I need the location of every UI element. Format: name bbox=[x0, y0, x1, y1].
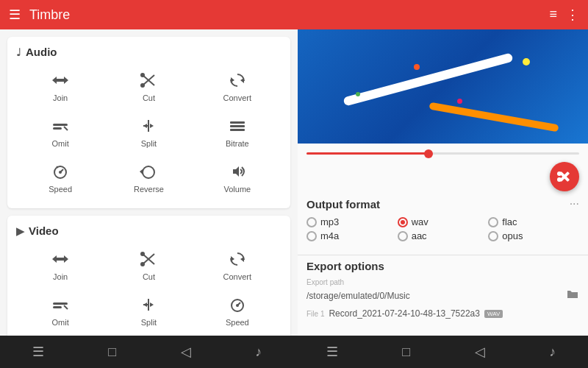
audio-join-icon bbox=[51, 73, 70, 91]
folder-icon[interactable] bbox=[566, 288, 579, 304]
audio-icon: ♩ bbox=[16, 46, 21, 58]
video-split-tool[interactable]: Split bbox=[104, 291, 193, 333]
fab-area bbox=[298, 162, 588, 191]
left-panel: ♩ Audio Join Cut bbox=[0, 29, 298, 336]
video-speed-icon bbox=[228, 297, 247, 315]
video-convert-icon bbox=[228, 252, 247, 269]
audio-cut-label: Cut bbox=[143, 93, 155, 102]
video-convert-tool[interactable]: Convert bbox=[193, 246, 282, 287]
format-aac[interactable]: aac bbox=[398, 230, 489, 241]
format-flac[interactable]: flac bbox=[488, 216, 579, 227]
radio-opus-label: opus bbox=[502, 230, 523, 241]
radio-wav-label: wav bbox=[412, 216, 429, 227]
video-speed-label: Speed bbox=[226, 318, 249, 327]
fab-icon bbox=[557, 169, 572, 184]
audio-convert-tool[interactable]: Convert bbox=[193, 67, 282, 108]
main-content: ♩ Audio Join Cut bbox=[0, 29, 588, 336]
radio-mp3-label: mp3 bbox=[320, 216, 339, 227]
snake-white bbox=[343, 53, 514, 107]
video-speed-tool[interactable]: Speed bbox=[193, 291, 282, 333]
list-icon[interactable]: ≡ bbox=[549, 7, 557, 23]
output-format-more[interactable]: ··· bbox=[570, 197, 579, 210]
audio-split-label: Split bbox=[141, 139, 157, 148]
video-join-label: Join bbox=[53, 272, 68, 281]
video-thumbnail bbox=[298, 29, 588, 144]
svg-marker-4 bbox=[240, 78, 244, 83]
audio-convert-label: Convert bbox=[223, 93, 252, 102]
audio-reverse-icon bbox=[139, 164, 158, 182]
audio-join-tool[interactable]: Join bbox=[16, 67, 104, 108]
video-cut-tool[interactable]: Cut bbox=[104, 246, 193, 287]
audio-bitrate-icon bbox=[228, 118, 247, 136]
svg-point-48 bbox=[557, 171, 562, 176]
video-join-tool[interactable]: Join bbox=[16, 246, 104, 287]
hamburger-icon[interactable]: ☰ bbox=[9, 7, 21, 23]
svg-point-49 bbox=[557, 177, 562, 182]
svg-rect-29 bbox=[53, 306, 62, 308]
audio-cut-tool[interactable]: Cut bbox=[104, 67, 193, 108]
more-icon[interactable]: ⋮ bbox=[566, 7, 579, 23]
format-m4a[interactable]: m4a bbox=[306, 230, 398, 241]
svg-marker-27 bbox=[231, 256, 234, 261]
nav-menu-icon[interactable]: ☰ bbox=[32, 344, 44, 360]
svg-rect-7 bbox=[53, 127, 62, 130]
file-label: File 1 bbox=[306, 310, 324, 318]
top-bar: ☰ Timbre ≡ ⋮ bbox=[0, 0, 588, 29]
audio-reverse-tool[interactable]: Reverse bbox=[104, 158, 193, 199]
output-format-title: Output format bbox=[306, 198, 380, 210]
nav-home-icon[interactable]: □ bbox=[108, 344, 116, 360]
audio-split-tool[interactable]: Split bbox=[104, 113, 193, 154]
radio-m4a-circle bbox=[306, 231, 317, 241]
scrubber-area[interactable] bbox=[298, 144, 588, 163]
divider bbox=[298, 255, 588, 255]
output-format-section: Output format ··· mp3 wav flac bbox=[298, 191, 588, 250]
svg-point-18 bbox=[59, 171, 62, 174]
video-join-icon bbox=[51, 252, 70, 269]
audio-section: ♩ Audio Join Cut bbox=[7, 37, 290, 208]
format-mp3[interactable]: mp3 bbox=[306, 216, 398, 227]
nav-person-icon[interactable]: ♪ bbox=[549, 344, 556, 360]
svg-rect-13 bbox=[230, 121, 245, 124]
video-cut-label: Cut bbox=[143, 272, 155, 281]
audio-bitrate-label: Bitrate bbox=[226, 139, 249, 148]
radio-wav-circle bbox=[398, 217, 408, 227]
format-wav[interactable]: wav bbox=[398, 216, 489, 227]
file-name: Record_2021-07-24-10-48-13_7522a3 bbox=[329, 308, 480, 319]
video-section-header: ▶ Video bbox=[16, 224, 282, 237]
video-convert-label: Convert bbox=[223, 272, 252, 281]
audio-cut-icon bbox=[139, 73, 158, 91]
nav-music-icon[interactable]: ♪ bbox=[255, 344, 262, 360]
video-section: ▶ Video Join Cut bbox=[7, 216, 290, 336]
svg-point-25 bbox=[140, 262, 145, 266]
scrubber-track[interactable] bbox=[306, 152, 579, 155]
svg-marker-11 bbox=[150, 124, 154, 128]
audio-bitrate-tool[interactable]: Bitrate bbox=[193, 113, 282, 154]
export-path-value: /storage/emulated/0/Music bbox=[306, 291, 410, 301]
fab-button[interactable] bbox=[550, 162, 579, 191]
nav-home-icon-2[interactable]: □ bbox=[402, 344, 410, 360]
nav-back-icon-2[interactable]: ◁ bbox=[475, 344, 485, 360]
format-radio-group: mp3 wav flac m4a aac bbox=[306, 216, 579, 241]
top-bar-icons: ≡ ⋮ bbox=[549, 7, 579, 23]
nav-back-icon[interactable]: ◁ bbox=[181, 344, 191, 360]
svg-line-30 bbox=[64, 305, 68, 309]
file-badge: WAV bbox=[484, 310, 503, 318]
file-info-row: File 1 Record_2021-07-24-10-48-13_7522a3… bbox=[306, 308, 579, 319]
nav-menu-icon-2[interactable]: ☰ bbox=[326, 344, 338, 360]
video-split-label: Split bbox=[141, 318, 157, 327]
svg-rect-14 bbox=[230, 125, 245, 127]
video-section-icon: ▶ bbox=[16, 225, 24, 237]
svg-marker-20 bbox=[140, 169, 143, 174]
audio-section-title: Audio bbox=[26, 46, 57, 58]
video-omit-tool[interactable]: Omit bbox=[16, 291, 104, 333]
scrubber-thumb bbox=[424, 149, 433, 158]
audio-join-label: Join bbox=[53, 93, 68, 102]
audio-volume-tool[interactable]: Volume bbox=[193, 158, 282, 199]
svg-point-3 bbox=[140, 83, 145, 88]
svg-point-24 bbox=[140, 252, 145, 256]
audio-split-icon bbox=[139, 118, 158, 136]
output-format-header: Output format ··· bbox=[306, 197, 579, 210]
audio-omit-tool[interactable]: Omit bbox=[16, 113, 104, 154]
audio-speed-tool[interactable]: Speed bbox=[16, 158, 104, 199]
format-opus[interactable]: opus bbox=[488, 230, 579, 241]
